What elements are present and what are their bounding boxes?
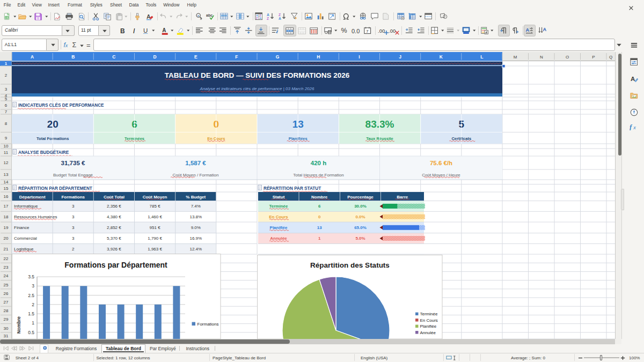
svg-text:5,370 €: 5,370 € (107, 236, 121, 241)
svg-text:1: 1 (32, 320, 34, 326)
svg-text:J: J (399, 54, 401, 60)
svg-text:Nombre: Nombre (311, 195, 328, 200)
svg-text:B: B (71, 54, 75, 60)
svg-text:A: A (147, 13, 151, 19)
svg-text:0.5: 0.5 (28, 330, 34, 335)
svg-text:3: 3 (5, 87, 8, 92)
svg-text:2,356 €: 2,356 € (107, 204, 121, 209)
svg-text:30.0%: 30.0% (354, 204, 367, 209)
svg-text:Statut: Statut (273, 195, 285, 200)
svg-text:1,460 €: 1,460 € (148, 215, 162, 219)
svg-text:9.0%: 9.0% (191, 225, 201, 230)
svg-text:420 h: 420 h (311, 160, 326, 166)
svg-text:L: L (480, 54, 483, 60)
svg-text:28: 28 (4, 308, 9, 313)
svg-text:Formations: Formations (61, 195, 85, 200)
svg-text:6: 6 (5, 103, 8, 108)
svg-text:Budget Total Engagé: Budget Total Engagé (53, 173, 93, 178)
svg-text:O: O (566, 55, 569, 60)
svg-text:A: A (259, 17, 261, 20)
svg-text:Logistique: Logistique (14, 247, 34, 252)
svg-text:4,380 €: 4,380 € (107, 215, 121, 219)
svg-text:31: 31 (4, 334, 9, 338)
svg-text:22: 22 (4, 256, 9, 261)
svg-text:6: 6 (318, 204, 321, 209)
svg-text:Analyse et indicateurs clés de: Analyse et indicateurs clés de performan… (200, 86, 314, 91)
svg-text:65.0%: 65.0% (354, 225, 367, 230)
svg-text:10: 10 (4, 144, 9, 149)
svg-text:I: I (358, 54, 360, 60)
svg-text:Coût Moyen / Heure: Coût Moyen / Heure (422, 173, 460, 178)
svg-text:TABLEAU DE BORD — SUIVI DES FO: TABLEAU DE BORD — SUIVI DES FORMATIONS 2… (165, 71, 350, 79)
svg-text:31,735 €: 31,735 € (61, 160, 85, 166)
svg-text:K: K (440, 54, 443, 60)
svg-text:A: A (267, 13, 269, 17)
svg-text:G: G (276, 54, 280, 60)
svg-text:3: 3 (72, 236, 75, 241)
svg-text:Ressources Humaines: Ressources Humaines (14, 215, 57, 219)
svg-text:13: 13 (317, 225, 322, 230)
svg-text:27: 27 (4, 300, 9, 305)
svg-text:a: a (197, 14, 200, 17)
svg-text:Terminée: Terminée (269, 204, 289, 209)
svg-text:13.8%: 13.8% (189, 215, 202, 219)
svg-text:A: A (162, 27, 166, 33)
svg-text:Département: Département (19, 195, 46, 200)
svg-text:Informatique: Informatique (14, 204, 38, 209)
svg-text:A: A (526, 27, 530, 33)
svg-text:3.5: 3.5 (28, 274, 34, 279)
svg-text:Planifiée: Planifiée (270, 225, 288, 230)
svg-text:En Cours: En Cours (269, 215, 288, 219)
svg-text:2: 2 (5, 73, 8, 78)
svg-text:3: 3 (72, 215, 75, 219)
svg-text:C: C (112, 54, 115, 60)
svg-text:9: 9 (5, 136, 8, 141)
svg-text:Annulée: Annulée (420, 330, 436, 335)
svg-text:12: 12 (4, 160, 9, 165)
svg-text:F: F (235, 54, 238, 60)
svg-text:15: 15 (4, 186, 9, 191)
svg-text:f: f (630, 123, 633, 131)
svg-text:x: x (633, 125, 636, 130)
svg-text:1: 1 (318, 236, 321, 241)
svg-text:18: 18 (4, 215, 9, 219)
svg-text:5.0%: 5.0% (355, 236, 365, 241)
svg-text:25: 25 (4, 283, 9, 287)
svg-text:1.5: 1.5 (28, 311, 34, 316)
svg-text:20: 20 (4, 236, 9, 241)
svg-text:M: M (514, 55, 517, 60)
svg-text:1,790 €: 1,790 € (148, 236, 162, 241)
svg-text:3: 3 (32, 283, 34, 289)
svg-text:Q: Q (609, 55, 612, 60)
svg-text:3,926 €: 3,926 € (107, 247, 121, 252)
svg-text:En Cours: En Cours (420, 318, 438, 323)
svg-text:2: 2 (72, 247, 75, 252)
svg-text:13: 13 (4, 172, 9, 177)
svg-text:E: E (194, 54, 197, 60)
svg-text:% Budget: % Budget (186, 195, 206, 200)
svg-text:Barre: Barre (397, 195, 408, 200)
svg-text:A: A (31, 54, 34, 60)
svg-text:2,852 €: 2,852 € (107, 225, 121, 230)
svg-text:19: 19 (4, 225, 9, 230)
svg-text:1: 1 (5, 61, 8, 66)
svg-text:INDICATEURS CLÉS DE PERFORMANC: INDICATEURS CLÉS DE PERFORMANCE (18, 102, 104, 108)
svg-text:ANALYSE BUDGÉTAIRE: ANALYSE BUDGÉTAIRE (18, 150, 69, 155)
svg-text:8: 8 (5, 121, 8, 126)
svg-text:RÉPARTITION PAR DÉPARTEMENT: RÉPARTITION PAR DÉPARTEMENT (18, 186, 92, 191)
svg-text:Coût Moyen / Formation: Coût Moyen / Formation (173, 173, 219, 178)
svg-text:Commercial: Commercial (14, 236, 37, 241)
svg-text:30: 30 (4, 326, 9, 331)
svg-text:2.5: 2.5 (28, 293, 34, 298)
svg-text:17: 17 (4, 204, 9, 209)
svg-text:Coût Moyen: Coût Moyen (143, 195, 167, 200)
svg-text:A: A (630, 76, 634, 82)
svg-text:21: 21 (4, 247, 9, 252)
svg-text:1,963 €: 1,963 € (148, 247, 162, 252)
svg-text:P: P (592, 55, 595, 60)
svg-text:Terminée: Terminée (420, 312, 438, 316)
svg-text:d: d (200, 17, 202, 20)
svg-text:12.4%: 12.4% (189, 247, 202, 252)
svg-text:785 €: 785 € (150, 204, 161, 209)
svg-text:29: 29 (4, 317, 9, 322)
